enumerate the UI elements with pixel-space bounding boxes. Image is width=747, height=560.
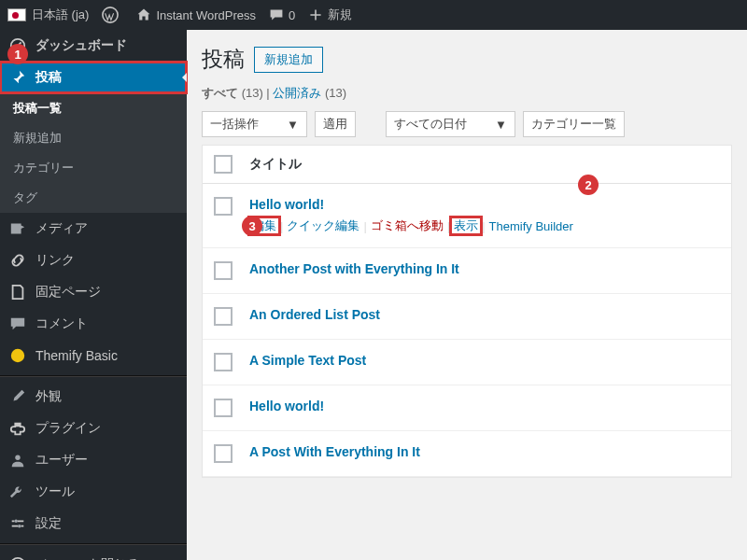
comments-count: 0 — [289, 8, 295, 22]
menu-dashboard[interactable]: ダッシュボード — [0, 30, 187, 62]
menu-label: リンク — [35, 252, 75, 269]
menu-label: 外観 — [35, 388, 62, 405]
select-label: カテゴリー一覧 — [531, 116, 616, 133]
svg-point-5 — [18, 525, 21, 528]
page-icon — [9, 284, 26, 301]
menu-themify[interactable]: Themify Basic — [0, 340, 187, 371]
svg-point-2 — [11, 349, 24, 362]
menu-label: プラグイン — [35, 420, 101, 437]
category-filter-select[interactable]: カテゴリー一覧 — [523, 111, 625, 137]
link-icon — [9, 252, 26, 269]
select-label: 一括操作 — [210, 116, 259, 133]
row-checkbox[interactable] — [214, 444, 233, 463]
menu-plugins[interactable]: プラグイン — [0, 413, 187, 444]
menu-posts[interactable]: 投稿 — [0, 62, 187, 93]
site-title: Instant WordPress — [156, 8, 256, 22]
wrench-icon — [9, 483, 26, 500]
flag-icon — [7, 8, 26, 21]
filter-published[interactable]: 公開済み — [273, 86, 321, 100]
new-label: 新規 — [328, 7, 352, 23]
bulk-action-select[interactable]: 一括操作▼ — [202, 111, 307, 137]
row-checkbox[interactable] — [214, 261, 233, 280]
table-row: A Post With Everything In It — [203, 431, 731, 477]
themify-icon — [9, 347, 26, 364]
menu-pages[interactable]: 固定ページ — [0, 276, 187, 308]
menu-users[interactable]: ユーザー — [0, 444, 187, 476]
language-switcher[interactable]: 日本語 (ja) — [7, 7, 89, 23]
brush-icon — [9, 388, 26, 405]
row-checkbox[interactable] — [214, 197, 233, 216]
menu-label: 固定ページ — [35, 284, 101, 301]
menu-separator — [0, 543, 187, 545]
row-checkbox[interactable] — [214, 353, 233, 371]
post-title-link[interactable]: Another Post with Everything In It — [249, 261, 459, 276]
language-label: 日本語 (ja) — [32, 7, 89, 23]
add-new-button[interactable]: 新規追加 — [254, 47, 323, 73]
filter-all-count: (13) — [242, 86, 263, 100]
collapse-icon — [9, 556, 26, 560]
submenu-tags[interactable]: タグ — [0, 183, 187, 213]
action-themify-builder[interactable]: Themify Builder — [486, 219, 576, 233]
menu-label: メディア — [35, 220, 88, 237]
site-home[interactable]: Instant WordPress — [136, 7, 256, 22]
column-title[interactable]: タイトル — [249, 156, 302, 173]
action-trash[interactable]: ゴミ箱へ移動 — [368, 217, 446, 234]
filter-all[interactable]: すべて — [202, 86, 238, 100]
post-title-link[interactable]: A Simple Text Post — [249, 353, 366, 368]
menu-label: ダッシュボード — [35, 37, 127, 54]
table-row: A Simple Text Post — [203, 340, 731, 385]
table-row: Another Post with Everything In It — [203, 248, 731, 294]
submenu-add-new[interactable]: 新規追加 — [0, 123, 187, 153]
submenu-all-posts[interactable]: 投稿一覧 — [0, 93, 187, 123]
plugin-icon — [9, 420, 26, 437]
wordpress-icon — [102, 7, 119, 23]
submenu-categories[interactable]: カテゴリー — [0, 153, 187, 183]
chevron-down-icon: ▼ — [287, 118, 299, 132]
menu-collapse[interactable]: メニューを閉じる — [0, 549, 187, 560]
date-filter-select[interactable]: すべての日付▼ — [386, 111, 515, 137]
select-all-checkbox[interactable] — [214, 155, 233, 174]
filter-links: すべて (13) | 公開済み (13) — [202, 85, 732, 102]
menu-links[interactable]: リンク — [0, 245, 187, 276]
menu-label: コメント — [35, 315, 88, 332]
action-quick-edit[interactable]: クイック編集 — [284, 217, 362, 234]
menu-settings[interactable]: 設定 — [0, 508, 187, 539]
post-title-link[interactable]: A Post With Everything In It — [249, 444, 420, 459]
svg-point-3 — [15, 455, 20, 460]
menu-label: ユーザー — [35, 452, 88, 469]
row-checkbox[interactable] — [214, 307, 233, 326]
row-checkbox[interactable] — [214, 399, 233, 417]
wp-logo[interactable] — [102, 7, 123, 23]
comment-icon — [269, 7, 284, 22]
heading-text: 投稿 — [202, 45, 245, 74]
table-header: タイトル — [203, 146, 731, 184]
menu-tools[interactable]: ツール — [0, 476, 187, 508]
menu-label: Themify Basic — [35, 348, 118, 363]
menu-comments[interactable]: コメント — [0, 308, 187, 340]
annotation-2: 2 — [578, 175, 599, 195]
pin-icon — [9, 69, 26, 86]
table-row: Hello world! — [203, 385, 731, 431]
menu-label: 投稿 — [35, 69, 62, 86]
menu-separator — [0, 375, 187, 377]
apply-button[interactable]: 適用 — [315, 111, 356, 137]
action-view[interactable]: 表示 — [451, 217, 481, 234]
menu-media[interactable]: メディア — [0, 213, 187, 245]
post-title-link[interactable]: An Ordered List Post — [249, 307, 380, 322]
select-label: すべての日付 — [394, 116, 467, 133]
filter-published-count: (13) — [325, 86, 346, 100]
post-title-link[interactable]: Hello world! — [249, 197, 324, 212]
menu-label: ツール — [35, 483, 75, 500]
admin-sidebar: ダッシュボード 投稿 投稿一覧 新規追加 カテゴリー タグ メディア リンク 固… — [0, 30, 187, 560]
page-heading: 投稿新規追加 — [202, 45, 732, 74]
annotation-1: 1 — [7, 44, 28, 64]
chevron-down-icon: ▼ — [495, 118, 507, 132]
new-content[interactable]: 新規 — [308, 7, 352, 23]
menu-appearance[interactable]: 外観 — [0, 381, 187, 413]
plus-icon — [308, 7, 323, 22]
admin-bar: 日本語 (ja) Instant WordPress 0 新規 — [0, 0, 747, 30]
comments-bubble[interactable]: 0 — [269, 7, 295, 22]
post-title-link[interactable]: Hello world! — [249, 399, 324, 413]
submenu-posts: 投稿一覧 新規追加 カテゴリー タグ — [0, 93, 187, 213]
posts-table: タイトル 2 3 Hello world! 編集| クイック編集| ゴミ箱へ移動… — [202, 145, 732, 478]
